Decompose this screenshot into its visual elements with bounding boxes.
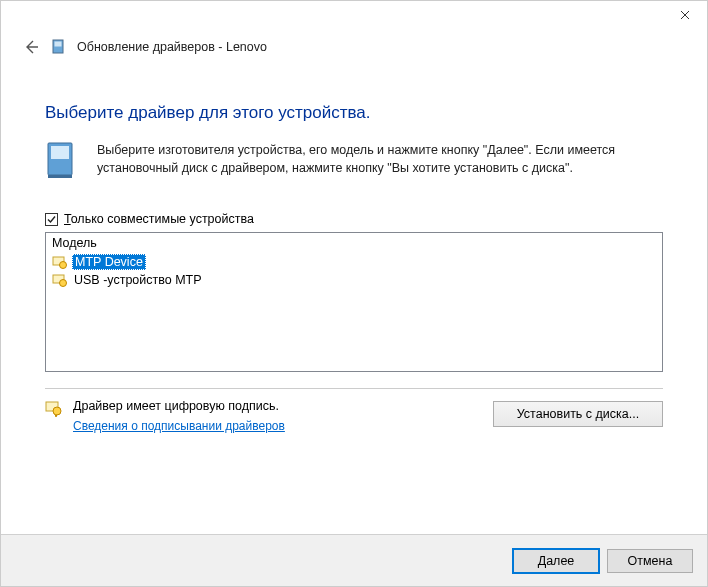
list-header: Модель [46, 233, 662, 253]
model-listbox[interactable]: Модель MTP Device USB -устройство MTP [45, 232, 663, 372]
page-heading: Выберите драйвер для этого устройства. [45, 103, 663, 123]
checkbox-box [45, 213, 58, 226]
svg-point-6 [60, 262, 67, 269]
list-item[interactable]: USB -устройство MTP [46, 271, 662, 289]
svg-rect-3 [51, 146, 69, 159]
cancel-button[interactable]: Отмена [607, 549, 693, 573]
signature-info-link[interactable]: Сведения о подписывании драйверов [73, 419, 285, 433]
svg-rect-1 [55, 42, 62, 47]
checkmark-icon [46, 214, 57, 225]
signature-status: Драйвер имеет цифровую подпись. [73, 399, 285, 413]
svg-point-8 [60, 280, 67, 287]
driver-cert-icon [52, 254, 68, 270]
divider [45, 388, 663, 389]
checkbox-label: Только совместимые устройства [64, 212, 254, 226]
list-item[interactable]: MTP Device [46, 253, 662, 271]
header: Обновление драйверов - Lenovo [1, 31, 707, 77]
content-area: Выберите драйвер для этого устройства. В… [1, 103, 707, 433]
instruction-text: Выберите изготовителя устройства, его мо… [97, 141, 663, 184]
compatible-only-checkbox[interactable]: Только совместимые устройства [45, 212, 663, 226]
back-button[interactable] [21, 37, 41, 57]
driver-cert-icon [52, 272, 68, 288]
close-button[interactable] [662, 1, 707, 29]
svg-rect-4 [48, 175, 72, 178]
device-small-icon [51, 39, 67, 55]
titlebar [1, 1, 707, 31]
signature-row: Драйвер имеет цифровую подпись. Сведения… [45, 399, 663, 433]
device-large-icon [45, 141, 81, 184]
instruction-row: Выберите изготовителя устройства, его мо… [45, 141, 663, 184]
close-icon [680, 10, 690, 20]
back-arrow-icon [22, 38, 40, 56]
window-title: Обновление драйверов - Lenovo [77, 40, 267, 54]
svg-point-10 [53, 407, 61, 415]
list-item-label: USB -устройство MTP [72, 273, 204, 287]
install-from-disk-button[interactable]: Установить с диска... [493, 401, 663, 427]
bottom-bar: Далее Отмена [1, 534, 707, 586]
next-button[interactable]: Далее [513, 549, 599, 573]
signature-icon [45, 399, 63, 417]
list-item-label: MTP Device [72, 254, 146, 270]
